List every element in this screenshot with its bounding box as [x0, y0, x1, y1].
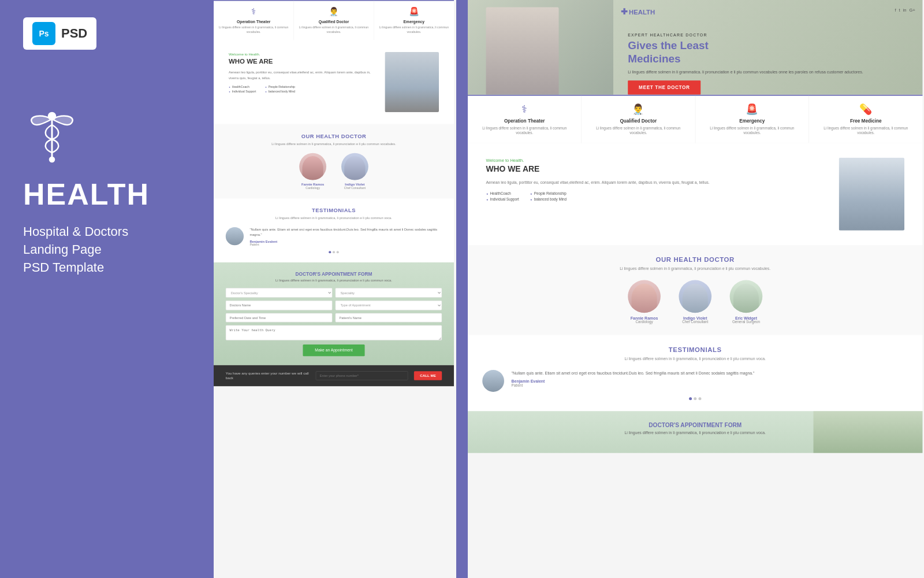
call-me-btn[interactable]: CALL ME [414, 371, 442, 380]
brand-name: HEALTH [23, 177, 150, 212]
op-theater: ⚕ Operation Theater Li lingues differe s… [468, 96, 582, 143]
testimonial-dots-right [482, 397, 908, 400]
testimonial-dots [226, 251, 442, 253]
hero-title: Gives the Least Medicines [628, 39, 908, 65]
patient-name-input[interactable] [336, 313, 442, 323]
social-icons: f t in G+ [895, 8, 915, 13]
testimonial-avatar-right [482, 370, 504, 392]
meet-doctor-btn[interactable]: MEET THE DOCTOR [628, 80, 701, 95]
testimonial-avatar [226, 227, 244, 245]
logo-area: HEALTH Hospital & Doctors Landing Page P… [23, 108, 150, 276]
health-query-textarea[interactable] [226, 325, 442, 340]
right-preview: ✚ HEALTH f t in G+ EXPERT HEALTHCARE DOC… [468, 0, 924, 578]
hero-section: ✚ HEALTH f t in G+ EXPERT HEALTHCARE DOC… [468, 0, 923, 95]
doctors-section: OUR HEALTH DOCTOR Li lingues differe sol… [214, 124, 454, 198]
phone-input[interactable] [316, 371, 408, 380]
who-section: Welcome to Health. WHO WE ARE Aenean leo… [214, 40, 454, 124]
feature-bar-right: ⚕ Operation Theater Li lingues differe s… [468, 95, 923, 143]
subtitle: Hospital & Doctors Landing Page PSD Temp… [23, 223, 128, 276]
appointment-section[interactable]: DOCTOR'S APPOINTMENT FORM Li lingues dif… [214, 262, 454, 365]
right-area: ⚕ Operation Theater Li lingues differe s… [214, 0, 924, 578]
testimonials-section: TESTIMONIALS Li lingues differe solmen i… [214, 198, 454, 262]
google-plus-icon[interactable]: G+ [910, 8, 915, 13]
feature-emergency: 🚨 Emergency Li lingues differe solmen in… [374, 1, 454, 40]
feature-bar-top: ⚕ Operation Theater Li lingues differe s… [214, 0, 454, 40]
hero-logo: ✚ HEALTH [621, 8, 655, 17]
psd-label: PSD [61, 26, 87, 41]
appointment-bg-figure [814, 411, 923, 453]
doctor-card-1: Fannie Ramos Cardiology [295, 153, 330, 190]
feature-qualified: 👨‍⚕️ Qualified Doctor Li lingues differe… [294, 1, 374, 40]
facebook-icon[interactable]: f [895, 8, 896, 13]
doctors-grid-right: Fannie Ramos Cardiology Indigo Violet Ch… [490, 280, 901, 324]
appointment-type-select[interactable]: Type of Appointment [336, 301, 442, 310]
speciality2-select[interactable]: Speciality [336, 288, 442, 298]
testimonials-section-right: TESTIMONIALS Li lingues differe solmen i… [468, 335, 923, 412]
qualified-doc: 👨‍⚕️ Qualified Doctor Li lingues differe… [582, 96, 695, 143]
emergency-feat: 🚨 Emergency Li lingues differe solmen in… [695, 96, 809, 143]
call-bar: You have any queries enter your number w… [214, 365, 454, 386]
doctors-name-input[interactable] [226, 301, 333, 310]
feature-operation: ⚕ Operation Theater Li lingues differe s… [214, 1, 294, 40]
hero-doctor-figure [486, 8, 559, 95]
left-panel: Ps PSD HEALTH Hospital & Doctor [0, 0, 214, 578]
doctor-card-r2: Indigo Violet Chef Consultant [673, 280, 717, 324]
who-image [385, 52, 439, 112]
left-preview: ⚕ Operation Theater Li lingues differe s… [214, 0, 456, 578]
linkedin-icon[interactable]: in [903, 8, 907, 13]
svg-point-2 [50, 157, 54, 162]
psd-badge: Ps PSD [23, 17, 96, 50]
caduceus-icon [23, 108, 81, 165]
doctors-section-right: OUR HEALTH DOCTOR Li lingues differe sol… [468, 245, 923, 335]
doctor-card-r1: Fannie Ramos Cardiology [623, 280, 666, 324]
appointment-section-right[interactable]: DOCTOR'S APPOINTMENT FORM Li lingues dif… [468, 411, 923, 453]
date-time-input[interactable] [226, 313, 333, 323]
free-medicine: 💊 Free Medicine Li lingues differe solme… [809, 96, 922, 143]
appointment-submit-btn[interactable]: Make an Appointment [303, 344, 365, 356]
doctor-card-r3: Eric Widget General Surgeon [724, 280, 768, 324]
who-image-right [839, 158, 904, 231]
who-section-right: Welcome to Health. WHO WE ARE Aenean leo… [468, 143, 923, 245]
hero-left-bg [468, 0, 613, 95]
doctors-grid: Fannie Ramos Cardiology Indigo Violet Ch… [226, 153, 442, 190]
twitter-icon[interactable]: t [899, 8, 900, 13]
ps-icon: Ps [32, 22, 55, 45]
doctor-card-2: Indigo Violet Chef Consultant [337, 153, 372, 190]
specialty-select[interactable]: Doctor's Speciality [226, 288, 333, 298]
